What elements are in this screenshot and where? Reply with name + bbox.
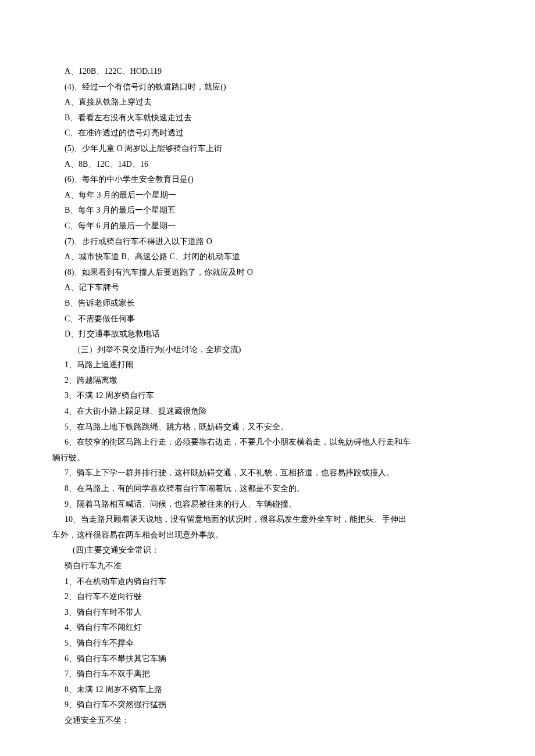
text-line: (8)、如果看到有汽车撞人后要逃跑了，你就应及时 O — [52, 265, 483, 281]
text-line: 2、跨越隔离墩 — [52, 373, 483, 389]
text-line: 3、骑自行车时不带人 — [52, 605, 483, 621]
text-line: 8、在马路上，有的同学喜欢骑着自行车闹着玩，这都是不安全的。 — [52, 481, 483, 497]
text-line: C、每年 6 月的最后一个星期一 — [52, 218, 483, 234]
text-line: B、每年 3 月的最后一个星期五 — [52, 203, 483, 218]
text-line: 8、未满 12 周岁不骑车上路 — [52, 682, 483, 698]
text-line: D、打交通事故或急救电话 — [52, 327, 483, 342]
text-line: 9、骑自行车不突然强行猛拐 — [52, 697, 483, 713]
text-line: (四)主要交通安全常识： — [52, 543, 483, 558]
text-line: A、直接从铁路上穿过去 — [52, 95, 483, 110]
text-line: 7、骑车上下学一群并排行驶，这样既妨碍交通，又不礼貌，互相挤道，也容易摔跤或撞人… — [52, 465, 483, 481]
text-line: 辆行驶。 — [52, 450, 483, 466]
text-line: A、城市快车道 B、高速公路 C、封闭的机动车道 — [52, 249, 483, 265]
text-line: B、告诉老师或家长 — [52, 296, 483, 311]
text-line: C、不需要做任何事 — [52, 311, 483, 327]
text-line: 9、隔着马路相互喊话、问候，也容易被往来的行人、车辆碰撞。 — [52, 497, 483, 513]
text-line: B、看看左右没有火车就快速走过去 — [52, 110, 483, 126]
text-line: 1、不在机动车道内骑自行车 — [52, 574, 483, 590]
text-line: A、8B、12C、14D、16 — [52, 157, 483, 173]
text-line: 6、骑自行车不攀扶其它车辆 — [52, 651, 483, 667]
text-line: (4)、经过一个有信号灯的铁道路口时，就应() — [52, 80, 483, 95]
text-line: A、每年 3 月的最后一个星期一 — [52, 188, 483, 203]
text-line: 7、骑自行车不双手离把 — [52, 667, 483, 682]
text-line: A、120B、122C、HOD.119 — [52, 64, 483, 80]
text-line: 车外，这样很容易在两车相会时出现意外事故。 — [52, 528, 483, 543]
text-line: 5、在马路上地下铁路跳绳、跳方格，既妨碍交通，又不安全。 — [52, 420, 483, 435]
text-line: (5)、少年儿童 O 周岁以上能够骑自行车上街 — [52, 141, 483, 157]
document-page: A、120B、122C、HOD.119(4)、经过一个有信号灯的铁道路口时，就应… — [0, 0, 535, 756]
text-line: 4、骑自行车不闯红灯 — [52, 620, 483, 636]
text-line: 交通安全五不坐： — [52, 713, 483, 729]
text-line: 6、在较窄的街区马路上行走，必须要靠右边走，不要几个小朋友横着走，以免妨碍他人行… — [52, 435, 483, 450]
text-line: C、在准许透过的信号灯亮时透过 — [52, 126, 483, 141]
text-line: (7)、步行或骑自行车不得进入以下道路 O — [52, 234, 483, 250]
text-line: 骑自行车九不准 — [52, 558, 483, 574]
text-line: 2、自行车不逆向行驶 — [52, 589, 483, 605]
text-line: 1、马路上追逐打闹 — [52, 357, 483, 373]
text-line: 5、骑自行车不撑伞 — [52, 636, 483, 651]
text-line: 3、不满 12 周岁骑自行车 — [52, 388, 483, 404]
text-line: A、记下车牌号 — [52, 280, 483, 296]
text-line: 10、当走路只顾着谈天说地，没有留意地面的状况时，很容易发生意外坐车时，能把头、… — [52, 512, 483, 528]
text-line: （三）列举不良交通行为(小组讨论，全班交流) — [52, 342, 483, 358]
text-line: (6)、每年的中小学生安全教育日是() — [52, 172, 483, 188]
text-line: 4、在大街小路上踢足球、捉迷藏很危险 — [52, 404, 483, 420]
